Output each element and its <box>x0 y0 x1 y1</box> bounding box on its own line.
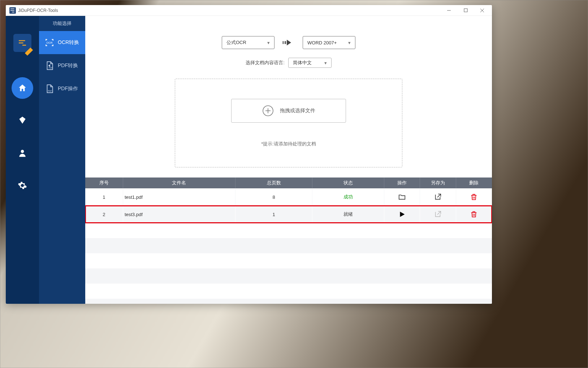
svg-rect-9 <box>285 41 286 44</box>
sidebar-item-label: PDF操作 <box>58 86 78 92</box>
caret-down-icon: ▾ <box>267 40 270 45</box>
th-pages: 总页数 <box>235 178 312 188</box>
sidebar: 功能选择 OCR OCR转换 PDF PDF转换 PDF PDF操作 <box>39 16 85 304</box>
caret-down-icon: ▾ <box>324 60 327 66</box>
dropdown-value: 简体中文 <box>293 60 312 66</box>
th-index: 序号 <box>85 178 123 188</box>
save-as-button[interactable] <box>420 188 455 206</box>
empty-rows <box>85 223 492 304</box>
save-as-button <box>420 206 455 223</box>
cell-filename: test1.pdf <box>123 188 235 206</box>
ocr-icon: OCR <box>45 38 54 47</box>
sidebar-item-pdf-ops[interactable]: PDF PDF操作 <box>39 77 85 100</box>
app-logo <box>13 34 31 52</box>
rail-home[interactable] <box>12 77 33 99</box>
window-title: JiDuPDF-OCR-Tools <box>18 8 441 13</box>
close-button[interactable] <box>474 5 490 16</box>
table-header: 序号 文件名 总页数 状态 操作 另存为 删除 <box>85 178 492 188</box>
svg-text:PDF: PDF <box>49 67 53 69</box>
drop-button-label: 拖拽或选择文件 <box>280 108 315 114</box>
rail-settings[interactable] <box>12 175 33 196</box>
sidebar-item-ocr[interactable]: OCR OCR转换 <box>39 31 85 54</box>
sidebar-item-label: PDF转换 <box>58 62 78 69</box>
th-status: 状态 <box>312 178 384 188</box>
table-row[interactable]: 2test3.pdf1就绪 <box>85 206 492 223</box>
source-mode-dropdown[interactable]: 公式OCR ▾ <box>222 36 274 49</box>
target-format-dropdown[interactable]: WORD 2007+ ▾ <box>303 36 355 49</box>
cell-pages: 8 <box>235 188 312 206</box>
sidebar-item-pdf-convert[interactable]: PDF PDF转换 <box>39 54 85 77</box>
cell-filename: test3.pdf <box>123 206 235 223</box>
rail-user[interactable] <box>12 142 33 164</box>
titlebar[interactable]: JiDuPDF-OCR-Tools <box>6 5 492 16</box>
pdf-ops-icon: PDF <box>45 84 54 93</box>
th-save: 另存为 <box>420 178 456 188</box>
maximize-button[interactable] <box>457 5 474 16</box>
th-del: 删除 <box>456 178 492 188</box>
app-icon <box>9 7 16 14</box>
language-dropdown[interactable]: 简体中文 ▾ <box>288 58 332 68</box>
sidebar-item-label: OCR转换 <box>58 39 79 46</box>
delete-button[interactable] <box>456 206 492 223</box>
pdf-convert-icon: PDF <box>45 61 54 70</box>
rail-vip[interactable] <box>12 110 33 131</box>
select-files-button[interactable]: 拖拽或选择文件 <box>231 99 346 123</box>
dropdown-value: WORD 2007+ <box>307 40 337 45</box>
convert-arrow-icon <box>282 39 295 46</box>
table-row[interactable]: 1test1.pdf8成功 <box>85 188 492 206</box>
delete-button[interactable] <box>456 188 492 206</box>
sidebar-title: 功能选择 <box>39 16 85 31</box>
svg-rect-1 <box>464 9 467 12</box>
cell-index: 2 <box>85 206 123 223</box>
file-table: 序号 文件名 总页数 状态 操作 另存为 删除 1test1.pdf8成功2te… <box>85 178 492 304</box>
main-content: 公式OCR ▾ WORD 2007+ ▾ 选择文档内容语言: 简体中文 ▾ <box>85 16 492 304</box>
caret-down-icon: ▾ <box>348 40 351 45</box>
run-button[interactable] <box>384 206 420 223</box>
svg-rect-8 <box>282 41 284 44</box>
th-op: 操作 <box>384 178 420 188</box>
lang-label: 选择文档内容语言: <box>246 60 285 66</box>
th-name: 文件名 <box>123 178 235 188</box>
app-window: JiDuPDF-OCR-Tools 功能选择 <box>6 5 492 304</box>
dropdown-value: 公式OCR <box>226 39 246 46</box>
dropzone[interactable]: 拖拽或选择文件 *提示:请添加待处理的文档 <box>175 79 402 167</box>
cell-status: 就绪 <box>312 206 384 223</box>
cell-pages: 1 <box>235 206 312 223</box>
cell-index: 1 <box>85 188 123 206</box>
minimize-button[interactable] <box>441 5 457 16</box>
drop-hint: *提示:请添加待处理的文档 <box>261 141 316 147</box>
svg-text:PDF: PDF <box>48 90 52 92</box>
cell-status: 成功 <box>312 188 384 206</box>
left-rail <box>6 16 39 304</box>
plus-circle-icon <box>262 105 274 117</box>
open-folder-button[interactable] <box>384 188 420 206</box>
svg-point-4 <box>21 150 24 153</box>
svg-text:OCR: OCR <box>47 41 53 44</box>
